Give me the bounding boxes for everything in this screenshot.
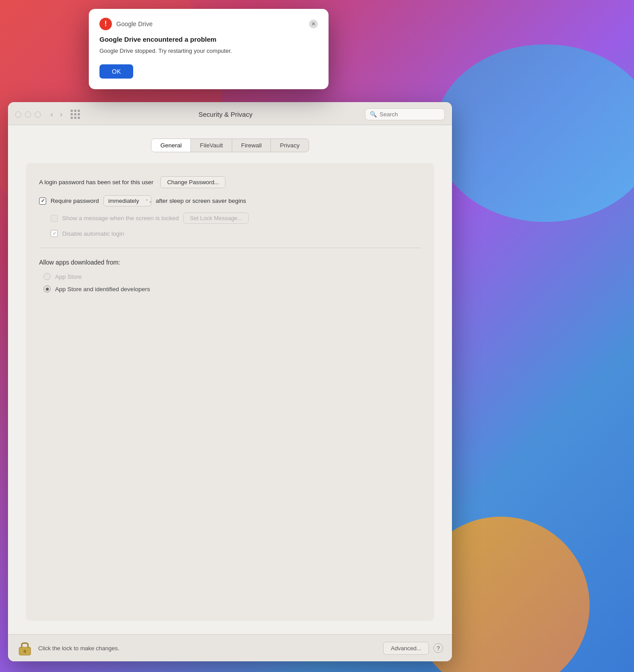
alert-app-name: Google Drive bbox=[116, 20, 309, 28]
disable-auto-login-row: Disable automatic login bbox=[51, 230, 421, 237]
alert-close-button[interactable]: ✕ bbox=[309, 20, 318, 28]
require-password-label: Require password bbox=[51, 198, 99, 204]
tab-general[interactable]: General bbox=[151, 139, 191, 152]
system-preferences-window: ‹ › Security & Privacy 🔍 General FileVau… bbox=[8, 102, 452, 661]
tab-firewall[interactable]: Firewall bbox=[232, 139, 271, 152]
tabs: General FileVault Firewall Privacy bbox=[26, 138, 434, 152]
settings-panel: A login password has been set for this u… bbox=[26, 163, 434, 621]
window-title: Security & Privacy bbox=[86, 111, 365, 118]
app-store-developers-radio-row: App Store and identified developers bbox=[44, 285, 421, 293]
back-button[interactable]: ‹ bbox=[48, 110, 55, 119]
show-message-checkbox[interactable] bbox=[51, 215, 58, 222]
alert-title: Google Drive encountered a problem bbox=[99, 36, 318, 43]
content-area: General FileVault Firewall Privacy A log… bbox=[8, 125, 452, 634]
alert-dialog: ! Google Drive ✕ Google Drive encountere… bbox=[89, 9, 329, 89]
alert-message: Google Drive stopped. Try restarting you… bbox=[99, 47, 318, 55]
svg-rect-1 bbox=[22, 647, 28, 649]
set-lock-message-button[interactable]: Set Lock Message... bbox=[183, 213, 249, 224]
svg-rect-2 bbox=[24, 650, 26, 653]
require-password-dropdown-wrapper: immediately bbox=[99, 195, 156, 206]
advanced-button[interactable]: Advanced... bbox=[383, 642, 429, 655]
lock-icon[interactable] bbox=[17, 640, 33, 656]
alert-header: ! Google Drive ✕ bbox=[99, 18, 318, 30]
lock-text: Click the lock to make changes. bbox=[38, 645, 383, 652]
show-message-label: Show a message when the screen is locked bbox=[62, 215, 179, 221]
tab-group: General FileVault Firewall Privacy bbox=[151, 138, 309, 152]
help-button[interactable]: ? bbox=[433, 643, 443, 653]
bottom-bar: Click the lock to make changes. Advanced… bbox=[8, 634, 452, 661]
traffic-lights bbox=[15, 111, 41, 118]
alert-ok-button[interactable]: OK bbox=[99, 64, 133, 79]
separator bbox=[39, 248, 421, 248]
app-store-label: App Store bbox=[55, 273, 82, 280]
title-bar: ‹ › Security & Privacy 🔍 bbox=[8, 102, 452, 125]
alert-icon: ! bbox=[99, 18, 112, 30]
app-store-developers-label: App Store and identified developers bbox=[55, 286, 150, 293]
grid-icon[interactable] bbox=[71, 110, 80, 119]
app-store-radio-row: App Store bbox=[44, 273, 421, 280]
allow-apps-label: Allow apps downloaded from: bbox=[39, 259, 421, 266]
app-store-radio[interactable] bbox=[44, 273, 51, 280]
close-traffic-light[interactable] bbox=[15, 111, 21, 118]
tab-filevault[interactable]: FileVault bbox=[191, 139, 232, 152]
lock-svg bbox=[18, 640, 32, 656]
search-input[interactable] bbox=[380, 111, 440, 118]
login-password-row: A login password has been set for this u… bbox=[39, 176, 421, 188]
show-message-row: Show a message when the screen is locked… bbox=[51, 213, 421, 224]
search-icon: 🔍 bbox=[370, 111, 377, 118]
login-password-label: A login password has been set for this u… bbox=[39, 179, 153, 186]
alert-exclamation: ! bbox=[104, 20, 107, 28]
search-box[interactable]: 🔍 bbox=[365, 108, 445, 120]
require-password-row: Require password immediately after sleep… bbox=[39, 195, 421, 206]
change-password-button[interactable]: Change Password... bbox=[160, 176, 226, 188]
app-store-developers-radio[interactable] bbox=[44, 285, 51, 293]
require-password-dropdown[interactable]: immediately bbox=[103, 195, 151, 206]
require-password-suffix: after sleep or screen saver begins bbox=[156, 198, 246, 204]
tab-privacy[interactable]: Privacy bbox=[271, 139, 308, 152]
require-password-checkbox[interactable] bbox=[39, 198, 46, 205]
maximize-traffic-light[interactable] bbox=[35, 111, 41, 118]
nav-buttons: ‹ › bbox=[48, 110, 65, 119]
forward-button[interactable]: › bbox=[57, 110, 65, 119]
minimize-traffic-light[interactable] bbox=[25, 111, 31, 118]
disable-auto-login-label: Disable automatic login bbox=[62, 230, 124, 237]
disable-auto-login-checkbox[interactable] bbox=[51, 230, 58, 237]
